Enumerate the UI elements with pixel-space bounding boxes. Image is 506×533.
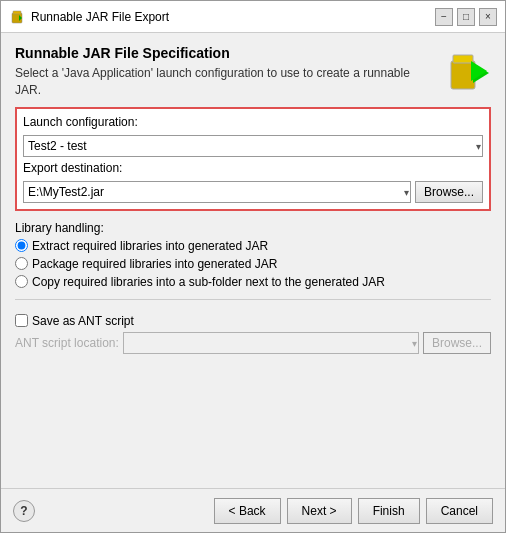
page-title: Runnable JAR File Specification	[15, 45, 435, 61]
jar-icon	[9, 9, 25, 25]
divider	[15, 299, 491, 300]
page-icon	[443, 45, 491, 93]
radio-package[interactable]: Package required libraries into generate…	[15, 257, 491, 271]
page-header-text: Runnable JAR File Specification Select a…	[15, 45, 435, 99]
radio-package-input[interactable]	[15, 257, 28, 270]
cancel-button[interactable]: Cancel	[426, 498, 493, 524]
next-button[interactable]: Next >	[287, 498, 352, 524]
export-dest-select-wrapper: E:\MyTest2.jar ▾	[23, 181, 411, 203]
radio-copy-input[interactable]	[15, 275, 28, 288]
ant-location-select-wrapper: ▾	[123, 332, 419, 354]
library-label: Library handling:	[15, 221, 491, 235]
ant-location-row: ANT script location: ▾ Browse...	[15, 332, 491, 354]
title-bar-left: Runnable JAR File Export	[9, 9, 169, 25]
launch-config-select-wrapper: Test2 - test ▾	[23, 135, 483, 157]
radio-package-label: Package required libraries into generate…	[32, 257, 277, 271]
back-button[interactable]: < Back	[214, 498, 281, 524]
title-bar: Runnable JAR File Export − □ ×	[1, 1, 505, 33]
page-header: Runnable JAR File Specification Select a…	[15, 45, 491, 99]
form-section: Launch configuration: Test2 - test ▾ Exp…	[15, 107, 491, 211]
library-section: Library handling: Extract required libra…	[15, 221, 491, 289]
dialog-window: Runnable JAR File Export − □ × Runnable …	[0, 0, 506, 533]
export-browse-button[interactable]: Browse...	[415, 181, 483, 203]
radio-extract[interactable]: Extract required libraries into generate…	[15, 239, 491, 253]
launch-config-select[interactable]: Test2 - test	[23, 135, 483, 157]
footer-left: ?	[13, 500, 35, 522]
title-text: Runnable JAR File Export	[31, 10, 169, 24]
footer-right: < Back Next > Finish Cancel	[214, 498, 493, 524]
radio-copy[interactable]: Copy required libraries into a sub-folde…	[15, 275, 491, 289]
export-dest-row: E:\MyTest2.jar ▾ Browse...	[23, 181, 483, 203]
close-button[interactable]: ×	[479, 8, 497, 26]
ant-checkbox-input[interactable]	[15, 314, 28, 327]
ant-checkbox-label: Save as ANT script	[32, 314, 134, 328]
help-button[interactable]: ?	[13, 500, 35, 522]
content-area: Runnable JAR File Specification Select a…	[1, 33, 505, 488]
export-dest-label: Export destination:	[23, 161, 483, 175]
title-bar-controls: − □ ×	[435, 8, 497, 26]
radio-extract-label: Extract required libraries into generate…	[32, 239, 268, 253]
ant-browse-button[interactable]: Browse...	[423, 332, 491, 354]
page-description: Select a 'Java Application' launch confi…	[15, 65, 435, 99]
svg-rect-4	[453, 55, 473, 63]
footer: ? < Back Next > Finish Cancel	[1, 488, 505, 532]
svg-rect-1	[13, 11, 21, 14]
spacer	[15, 362, 491, 476]
ant-checkbox-option[interactable]: Save as ANT script	[15, 314, 491, 328]
ant-section: Save as ANT script ANT script location: …	[15, 314, 491, 354]
ant-location-select[interactable]	[123, 332, 419, 354]
minimize-button[interactable]: −	[435, 8, 453, 26]
export-dest-select[interactable]: E:\MyTest2.jar	[23, 181, 411, 203]
maximize-button[interactable]: □	[457, 8, 475, 26]
launch-config-label: Launch configuration:	[23, 115, 483, 129]
ant-location-label: ANT script location:	[15, 336, 119, 350]
finish-button[interactable]: Finish	[358, 498, 420, 524]
radio-extract-input[interactable]	[15, 239, 28, 252]
radio-copy-label: Copy required libraries into a sub-folde…	[32, 275, 385, 289]
